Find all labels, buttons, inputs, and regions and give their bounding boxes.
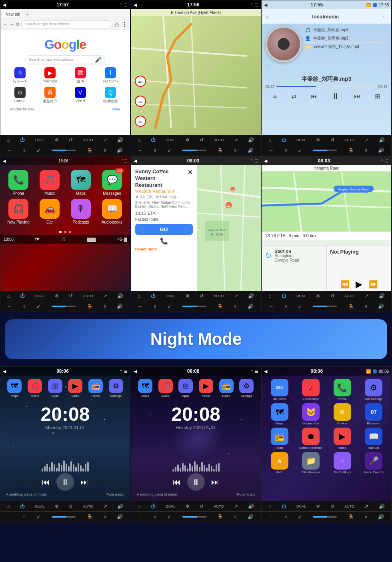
bookmark-icon[interactable]: ☆	[114, 21, 120, 28]
vol2-icon[interactable]: 🔊	[378, 304, 384, 309]
vol-icon[interactable]: 🔊	[248, 137, 254, 143]
menu-icon[interactable]: ☰	[255, 369, 258, 374]
back-icon[interactable]: ◀	[264, 2, 267, 8]
vol2-icon[interactable]: 🔊	[248, 148, 254, 153]
browser-tab[interactable]: New tab	[2, 11, 24, 17]
playlist-item-1[interactable]: 🎵 半壶纱_刘珂矣.mp3	[305, 26, 387, 34]
back-icon[interactable]: ◀	[134, 369, 137, 374]
more-icon[interactable]: ⋮	[121, 21, 128, 28]
back-icon[interactable]: ◀	[264, 369, 267, 374]
carplay-app-maps[interactable]: 🗺 Maps	[67, 170, 95, 196]
vol2-icon[interactable]: 🔊	[378, 514, 384, 520]
loop-icon[interactable]: ↺	[200, 504, 204, 509]
seat2-icon[interactable]: 🪑	[348, 148, 354, 153]
temp-slider[interactable]	[182, 516, 206, 518]
back-btn2[interactable]: ←	[8, 514, 12, 520]
shuffle-btn[interactable]: ⇄	[291, 92, 296, 100]
app-phone[interactable]: 📞 Phone	[328, 379, 357, 401]
app-maps-drawer[interactable]: 🗺 Maps	[265, 403, 294, 425]
up-icon[interactable]: ⌃	[250, 159, 253, 163]
auto-btn[interactable]: AUTO	[344, 138, 354, 142]
temp-slider[interactable]	[52, 516, 76, 518]
auto-btn[interactable]: AUTO	[83, 294, 93, 298]
next-btn[interactable]: ⏭	[354, 93, 360, 100]
home-btn[interactable]: ⌂	[138, 504, 140, 509]
seat2-icon[interactable]: 🪑	[87, 148, 93, 153]
ac-icon[interactable]: ❄	[186, 137, 190, 143]
menu-icon[interactable]: ☰	[124, 369, 128, 374]
pause-btn[interactable]: ⏸	[332, 92, 340, 101]
loop-icon[interactable]: ↺	[69, 504, 73, 509]
eq-btn[interactable]: ⊞	[375, 92, 380, 100]
loop-icon[interactable]: ↺	[330, 137, 334, 143]
night-app-music2[interactable]: 🎵 Music	[158, 379, 173, 398]
menu-icon[interactable]: ☰	[255, 3, 258, 7]
seat-icon[interactable]: ↙	[36, 148, 40, 153]
music-icon[interactable]: 🎵	[61, 237, 66, 242]
app-avin[interactable]: A Avin	[265, 452, 294, 474]
vol2-icon[interactable]: 🔊	[248, 304, 254, 309]
home-btn[interactable]: ⌂	[138, 293, 140, 299]
mode-icon[interactable]: ↗	[364, 137, 368, 143]
carplay-app-car[interactable]: 🚗 Car	[36, 199, 64, 224]
dot-1[interactable]	[59, 231, 62, 233]
loop-icon[interactable]: ↺	[69, 137, 73, 143]
next-night-btn[interactable]: ⏭	[80, 478, 88, 487]
power-btn[interactable]: ⏻	[151, 504, 156, 509]
power-btn[interactable]: ⏻	[151, 293, 156, 299]
night-app-radio2[interactable]: 📻 Radio	[219, 379, 234, 398]
up-icon[interactable]: ⌃	[250, 369, 253, 374]
go-button[interactable]: GO	[135, 224, 193, 235]
home-btn[interactable]: ⌂	[7, 137, 10, 143]
carplay-app-phone[interactable]: 📞 Phone	[4, 170, 32, 196]
seat-icon[interactable]: ↙	[36, 514, 40, 520]
seat-icon[interactable]: ↙	[36, 304, 40, 309]
mode-icon[interactable]: ↗	[364, 504, 368, 509]
back-music-icon[interactable]: ←	[382, 14, 387, 20]
url-input[interactable]: Search or type web address	[21, 20, 112, 28]
night-app-apps[interactable]: ⊞ Apps	[48, 379, 62, 398]
dual-btn[interactable]: DUAL	[296, 504, 306, 508]
home-btn[interactable]: ⌂	[268, 293, 271, 299]
back-btn2[interactable]: ←	[138, 514, 143, 520]
app-localmusic[interactable]: ♪ Localmusic	[296, 379, 326, 401]
home-btn[interactable]: ⌂	[268, 137, 271, 143]
mode-icon[interactable]: ↗	[103, 137, 107, 143]
vol-icon[interactable]: 🔊	[117, 293, 123, 299]
app-filemanager[interactable]: 📁 File Manager	[296, 452, 326, 474]
shortcut-qq[interactable]: Q 哦哦哦哦	[97, 87, 125, 104]
vol-icon[interactable]: 🔊	[379, 293, 385, 299]
vol-icon[interactable]: 🔊	[117, 504, 123, 509]
back-btn2[interactable]: ←	[269, 304, 274, 309]
next-night2-btn[interactable]: ⏭	[211, 478, 219, 487]
power-btn[interactable]: ⏻	[282, 504, 286, 509]
new-tab-button[interactable]: +	[26, 11, 29, 17]
dual-btn[interactable]: DUAL	[35, 504, 45, 508]
ac-icon[interactable]: ❄	[186, 293, 190, 299]
carplay-app-music[interactable]: 🎵 Music	[36, 170, 64, 196]
app-bluetooth[interactable]: BT Bluetooth	[359, 403, 388, 425]
temp-slider[interactable]	[52, 150, 76, 151]
menu-icon[interactable]: ☰	[124, 159, 128, 163]
voice-search-icon[interactable]: 🎤	[95, 56, 102, 63]
list-btn[interactable]: ≡	[273, 93, 276, 100]
seat2-icon[interactable]: 🪑	[348, 514, 354, 520]
ac-icon[interactable]: ❄	[186, 504, 190, 509]
ac-icon[interactable]: ❄	[55, 137, 59, 143]
back-btn2[interactable]: ←	[138, 148, 143, 153]
seat-icon[interactable]: ↙	[298, 304, 302, 309]
app-voicecontrol[interactable]: 🎤 Voice Control	[359, 452, 388, 474]
seat2-icon[interactable]: 🪑	[217, 304, 223, 309]
back-icon[interactable]: ◀	[264, 158, 267, 164]
seat2-icon[interactable]: 🪑	[87, 514, 93, 520]
auto-btn[interactable]: AUTO	[83, 504, 93, 508]
back-btn2[interactable]: ←	[269, 514, 274, 520]
show-button[interactable]: Show	[111, 107, 124, 111]
app-360view[interactable]: 360 360 view	[265, 379, 294, 401]
night-app-video2[interactable]: ▶ Vedio	[199, 379, 213, 398]
shortcut-facebook[interactable]: f Facebook	[97, 67, 125, 84]
mode-icon[interactable]: ↗	[234, 293, 238, 299]
up-icon[interactable]: ⌃	[119, 3, 122, 7]
play-btn[interactable]: ▶	[356, 279, 362, 290]
seat2-icon[interactable]: 🪑	[217, 148, 223, 153]
